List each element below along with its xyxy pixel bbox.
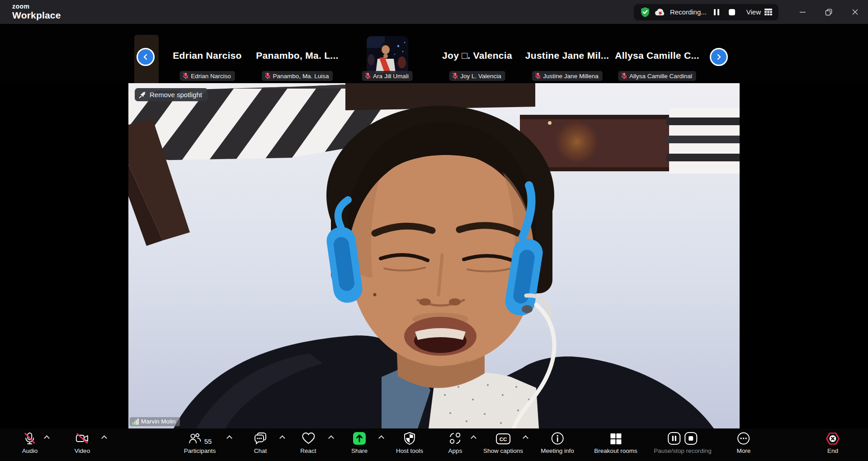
participant-big-name: Allysa Camille C... xyxy=(612,50,702,61)
participant-name-chip: Edrian Narciso xyxy=(179,71,235,81)
participant-big-name: Edrian Narciso xyxy=(162,50,252,61)
pause-recording-button[interactable] xyxy=(711,7,722,18)
speaker-name-chip: Marvin Molin xyxy=(130,417,180,426)
audio-level-icon xyxy=(132,419,139,425)
participant-chip-label: Joy L. Valencia xyxy=(460,73,501,80)
pause-recording-toolbar-button[interactable] xyxy=(667,432,681,445)
logo-zoom-text: zoom xyxy=(12,3,61,9)
view-label: View xyxy=(746,8,761,16)
participant-tile-with-video[interactable]: Ara Jill Umali xyxy=(342,24,432,83)
muted-mic-icon xyxy=(364,72,371,80)
audio-button[interactable]: Audio xyxy=(22,432,38,454)
filmstrip-previous-button[interactable] xyxy=(137,48,155,66)
breakout-rooms-icon xyxy=(609,432,622,445)
security-shield-icon[interactable] xyxy=(640,7,650,18)
breakout-rooms-button[interactable]: Breakout rooms xyxy=(594,432,637,454)
zoom-meeting-window: zoom Workplace Recording... View xyxy=(0,0,868,461)
audio-label: Audio xyxy=(22,447,38,454)
mic-muted-icon xyxy=(23,432,37,445)
spotlight-pin-icon xyxy=(139,91,146,99)
meeting-info-label: Meeting info xyxy=(541,447,574,454)
end-meeting-button[interactable]: End xyxy=(826,432,840,454)
participant-tile[interactable]: Joy □. Valencia Joy L. Valencia xyxy=(432,24,522,83)
breakout-rooms-label: Breakout rooms xyxy=(594,447,637,454)
share-label: Share xyxy=(351,447,368,454)
filmstrip-next-button[interactable] xyxy=(710,48,728,66)
share-screen-icon xyxy=(353,432,366,445)
zoom-workplace-logo: zoom Workplace xyxy=(12,3,61,20)
chat-button[interactable]: Chat xyxy=(253,432,268,454)
participant-name-chip: Allysa Camille Cardinal xyxy=(618,71,696,81)
share-button[interactable]: Share xyxy=(351,432,368,454)
stop-recording-button[interactable] xyxy=(726,7,737,18)
recording-status-pill: Recording... View xyxy=(634,4,778,20)
speaker-video-scene xyxy=(128,83,740,428)
restore-button[interactable] xyxy=(816,0,842,24)
stop-recording-toolbar-button[interactable] xyxy=(684,432,698,445)
muted-mic-icon xyxy=(534,72,541,80)
participant-tile[interactable]: Edrian Narciso Edrian Narciso xyxy=(162,24,252,83)
svg-text:CC: CC xyxy=(500,437,507,442)
recording-cloud-icon xyxy=(655,8,665,16)
heart-icon xyxy=(301,432,316,445)
participant-name-chip: Joy L. Valencia xyxy=(449,71,505,81)
view-button[interactable]: View xyxy=(746,8,772,16)
participants-options-caret[interactable] xyxy=(226,435,232,441)
show-captions-label: Show captions xyxy=(483,447,523,454)
participant-tile[interactable]: Allysa Camille C... Allysa Camille Cardi… xyxy=(612,24,702,83)
apps-options-caret[interactable] xyxy=(471,435,476,441)
muted-mic-icon xyxy=(264,72,271,80)
participant-name-chip: Justine Jane Millena xyxy=(532,71,602,81)
apps-icon xyxy=(448,432,462,445)
share-options-caret[interactable] xyxy=(378,435,384,441)
participant-tile[interactable]: Justine Jane Mil... Justine Jane Millena xyxy=(522,24,612,83)
captions-options-caret[interactable] xyxy=(523,435,528,441)
meeting-toolbar: Audio Video 55 Participants Chat xyxy=(0,428,868,461)
participant-big-name: Justine Jane Mil... xyxy=(522,50,612,61)
chat-label: Chat xyxy=(254,447,267,454)
show-captions-button[interactable]: CC Show captions xyxy=(483,432,523,454)
host-tools-label: Host tools xyxy=(396,447,423,454)
video-label: Video xyxy=(75,447,90,454)
video-options-caret[interactable] xyxy=(101,435,107,441)
title-bar: zoom Workplace Recording... View xyxy=(0,0,868,24)
speaker-name-label: Marvin Molin xyxy=(141,418,176,425)
react-button[interactable]: React xyxy=(300,432,316,454)
closed-captions-icon: CC xyxy=(495,432,511,445)
muted-mic-icon xyxy=(452,72,458,80)
react-options-caret[interactable] xyxy=(328,435,334,441)
participants-button[interactable]: 55 Participants xyxy=(184,432,216,454)
chat-icon xyxy=(253,432,268,445)
participant-chip-label: Justine Jane Millena xyxy=(543,73,598,80)
participants-count: 55 xyxy=(204,437,212,445)
participant-chip-label: Allysa Camille Cardinal xyxy=(629,73,692,80)
participants-icon xyxy=(188,432,202,445)
chat-options-caret[interactable] xyxy=(279,435,285,441)
close-window-button[interactable] xyxy=(842,0,868,24)
participant-filmstrip: Edrian Narciso Edrian Narciso Panambo, M… xyxy=(0,24,868,83)
more-label: More xyxy=(737,447,751,454)
video-button[interactable]: Video xyxy=(75,432,90,454)
participant-video-thumbnail xyxy=(367,36,408,73)
view-grid-icon xyxy=(764,9,772,15)
host-tools-shield-icon xyxy=(403,432,416,445)
recording-label: Recording... xyxy=(670,8,707,16)
participant-tile[interactable]: Panambo, Ma. L... Panambo, Ma. Luisa xyxy=(252,24,342,83)
pause-stop-recording-control: Pause/stop recording xyxy=(654,432,712,454)
filmstrip-tiles: Edrian Narciso Edrian Narciso Panambo, M… xyxy=(162,24,703,83)
camera-muted-icon xyxy=(75,432,90,445)
minimize-button[interactable] xyxy=(789,0,816,24)
end-meeting-icon xyxy=(826,432,840,445)
meeting-info-button[interactable]: Meeting info xyxy=(541,432,574,454)
apps-button[interactable]: Apps xyxy=(448,432,462,454)
remove-spotlight-label: Remove spotlight xyxy=(150,91,202,99)
spotlight-video[interactable]: Remove spotlight Marvin Molin xyxy=(128,83,740,428)
remove-spotlight-button[interactable]: Remove spotlight xyxy=(135,88,208,101)
participants-label: Participants xyxy=(184,447,216,454)
more-dots-icon xyxy=(737,432,750,445)
info-icon xyxy=(551,432,564,445)
host-tools-button[interactable]: Host tools xyxy=(396,432,423,454)
more-button[interactable]: More xyxy=(737,432,751,454)
end-label: End xyxy=(827,447,838,454)
audio-options-caret[interactable] xyxy=(44,435,50,441)
